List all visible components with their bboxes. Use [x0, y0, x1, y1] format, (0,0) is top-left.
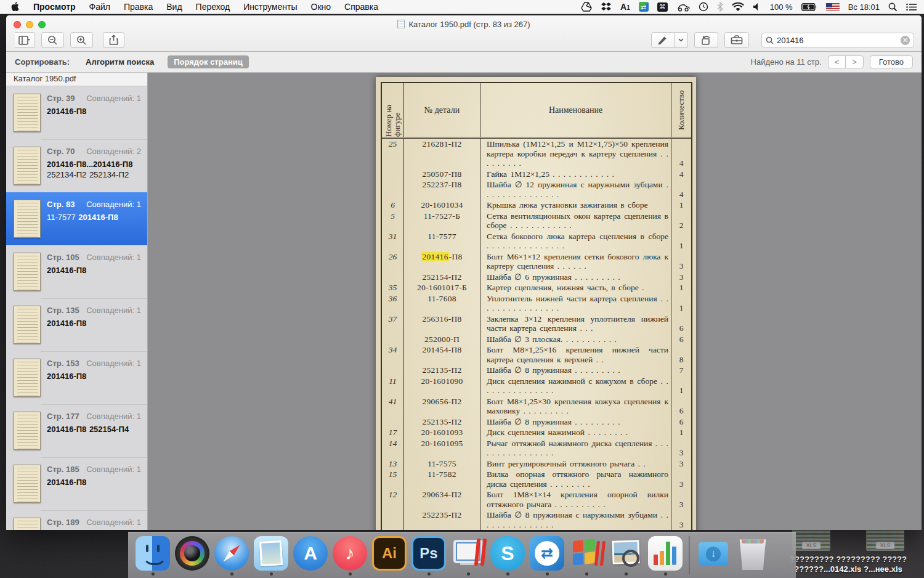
itunes-icon: ♪	[333, 536, 367, 571]
previous-result-button[interactable]: <	[829, 56, 846, 68]
keyboard-icon[interactable]: ⌘	[657, 2, 668, 12]
search-input[interactable]: 201416 ✕	[761, 33, 914, 47]
menu-0[interactable]: Просмотр	[26, 2, 83, 12]
table-row: 25216281-П2Шпилька (1М12×1,25 и М12×1,75…	[382, 139, 691, 169]
search-result-row[interactable]: Стр. 70Совпадений: 2201416-П8...201416-П…	[6, 139, 147, 192]
found-count-label: Найдено на 11 стр.	[751, 57, 822, 67]
table-row: 252000-ПШайба ∅ 3 плоская. . . . . . . .…	[382, 334, 691, 345]
preview-window: Каталог 1950.pdf (стр. 83 из 267)	[6, 15, 922, 530]
dock: A♪AiPsS	[128, 532, 796, 578]
table-row: 12290634-П2Болт 1М8×1×14 крепления опорн…	[382, 489, 691, 510]
dock-icon-mail[interactable]	[251, 536, 291, 576]
dock-icon-parallels[interactable]	[448, 536, 488, 576]
dock-icon-photoshop[interactable]: Ps	[409, 536, 448, 576]
page-thumbnail	[14, 253, 41, 291]
result-page-label: Стр. 177	[47, 412, 79, 421]
dock-icon-windows[interactable]	[567, 536, 606, 576]
dock-icon-downloads[interactable]	[694, 536, 733, 576]
dock-icon-aperture[interactable]	[172, 536, 212, 576]
battery-icon[interactable]	[801, 3, 817, 11]
result-page-label: Стр. 83	[47, 200, 75, 209]
dock-icon-safari[interactable]	[212, 536, 251, 576]
dock-icon-illustrator[interactable]: Ai	[370, 536, 409, 576]
dock-icon-skype[interactable]: S	[488, 536, 527, 576]
teamviewer-menu-icon[interactable]: ⇄	[639, 2, 649, 12]
table-row: 26201416-П8Болт М6×1×12 крепления сетки …	[382, 251, 691, 272]
running-indicator	[506, 572, 509, 576]
menu-4[interactable]: Переход	[189, 2, 237, 12]
zoom-out-button[interactable]	[41, 32, 64, 48]
clock-menu-icon[interactable]	[699, 2, 708, 12]
wifi-icon[interactable]	[732, 2, 744, 12]
drive-icon[interactable]	[581, 2, 592, 12]
menu-7[interactable]: Справка	[338, 2, 385, 12]
search-result-row[interactable]: Стр. 153Совпадений: 1201416-П8	[6, 351, 147, 404]
adobe-icon[interactable]: A1	[620, 2, 630, 12]
menu-2[interactable]: Правка	[117, 2, 160, 12]
sort-mode-page-order[interactable]: Порядок страниц	[168, 55, 249, 68]
dock-icon-preview[interactable]	[606, 536, 646, 576]
dock-icon-itunes[interactable]: ♪	[330, 536, 370, 576]
table-row: 252135-П2Шайба ∅ 8 пружинная . . . . . .…	[382, 417, 691, 428]
xls-file-label: ????????? ????????? ?????	[790, 555, 907, 564]
dock-icon-numbers[interactable]	[646, 536, 685, 576]
zoom-in-button[interactable]	[70, 32, 93, 48]
markup-menu-button[interactable]	[675, 32, 688, 48]
menu-6[interactable]: Окно	[304, 2, 338, 12]
result-page-label: Стр. 185	[47, 465, 79, 474]
running-indicator	[230, 572, 233, 576]
sidebar-doc-title: Каталог 1950.pdf	[6, 73, 147, 86]
result-match-count: Совпадений: 1	[86, 94, 141, 103]
search-clear-button[interactable]: ✕	[901, 36, 910, 45]
share-button[interactable]	[103, 32, 124, 48]
sort-mode-relevance[interactable]: Алгоритм поиска	[86, 57, 154, 67]
volume-icon[interactable]	[753, 2, 761, 11]
table-row: 252135-П2Шайба ∅ 8 пружинная . . . . . .…	[382, 365, 691, 376]
dock-icon-trash[interactable]	[733, 536, 772, 576]
sidebar-toggle-button[interactable]	[15, 32, 35, 48]
search-result-row[interactable]: Стр. 39Совпадений: 1201416-П8	[6, 86, 147, 139]
result-match-count: Совпадений: 1	[86, 412, 141, 421]
menu-3[interactable]: Вид	[160, 2, 188, 12]
markup-button[interactable]	[651, 32, 675, 48]
menu-5[interactable]: Инструменты	[237, 2, 304, 12]
search-result-row[interactable]: Стр. 135Совпадений: 1201416-П8	[6, 298, 147, 351]
dock-icon-finder[interactable]	[133, 536, 172, 576]
sidebar-panel-icon	[18, 36, 31, 45]
zoom-in-icon	[76, 35, 87, 46]
menu-1[interactable]: Файл	[83, 2, 117, 12]
input-language-flag-icon[interactable]	[826, 3, 840, 11]
search-result-row[interactable]: Стр. 185Совпадений: 1201416-П8	[6, 457, 147, 510]
result-match-count: Совпадений: 1	[86, 306, 141, 315]
pdf-viewport[interactable]: Номер на фигуре № детали Наименование Ко…	[148, 73, 922, 530]
rotate-button[interactable]	[694, 32, 718, 48]
col-header-name: Наименование	[480, 83, 671, 137]
table-row: 252154-П2Шайба ∅ 6 пружинная . . . . . .…	[382, 272, 691, 283]
markup-toolbar-button[interactable]	[724, 32, 749, 48]
search-results-bar: Сортировать: Алгоритм поиска Порядок стр…	[6, 52, 922, 73]
notification-center-icon[interactable]	[906, 3, 917, 11]
bluetooth-icon[interactable]	[717, 2, 723, 12]
menu-clock[interactable]: Вс 18:01	[848, 2, 880, 12]
search-result-row[interactable]: Стр. 83Совпадений: 111-7577 201416-П8	[6, 192, 147, 245]
spotlight-icon[interactable]	[888, 2, 898, 12]
col-header-part: № детали	[404, 83, 480, 137]
dock-icon-appstore[interactable]: A	[291, 536, 330, 576]
done-button[interactable]: Готово	[870, 55, 913, 68]
apple-menu[interactable]	[11, 2, 20, 12]
table-row: 250507-П8Гайка 1М12×1,25 . . . . . . . .…	[382, 169, 691, 180]
search-result-row[interactable]: Стр. 189Совпадений: 1	[6, 510, 147, 530]
search-value: 201416	[777, 36, 901, 45]
result-match-count: Совпадений: 1	[86, 465, 141, 474]
search-icon	[766, 36, 774, 44]
search-result-row[interactable]: Стр. 105Совпадений: 1201416-П8	[6, 245, 147, 298]
search-result-row[interactable]: Стр. 177Совпадений: 1201416-П8 252154-П4	[6, 404, 147, 457]
dock-icon-teamviewer[interactable]	[527, 536, 567, 576]
skype-icon: S	[490, 536, 525, 571]
table-row: 252237-П8Шайба ∅ 12 пружинная с наружным…	[382, 179, 691, 200]
dropbox-icon[interactable]	[601, 2, 612, 12]
page-thumbnail	[14, 518, 41, 530]
vehicle-icon[interactable]	[676, 2, 690, 12]
zoom-out-icon	[47, 35, 58, 46]
next-result-button[interactable]: >	[846, 56, 863, 68]
